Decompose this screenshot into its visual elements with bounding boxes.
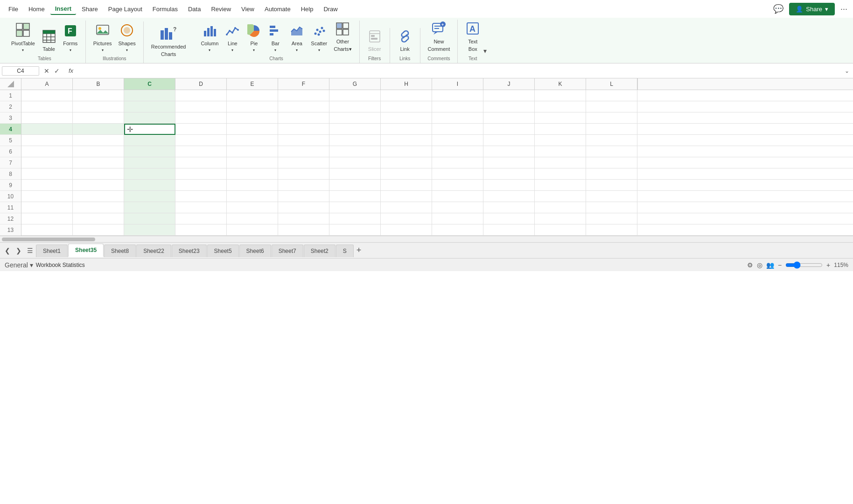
sheet-tab-s[interactable]: S (336, 245, 354, 257)
cell-H6[interactable] (381, 146, 432, 157)
cell-K6[interactable] (535, 146, 586, 157)
cell-L1[interactable] (586, 90, 637, 101)
cell-F7[interactable] (278, 157, 329, 168)
cell-A7[interactable] (21, 157, 73, 168)
cell-K4[interactable] (535, 124, 586, 135)
cell-L12[interactable] (586, 213, 637, 224)
cell-A2[interactable] (21, 101, 73, 112)
cell-C1[interactable] (124, 90, 175, 101)
col-header-J[interactable]: J (483, 78, 535, 90)
cell-D11[interactable] (175, 202, 227, 213)
shapes-button[interactable]: Shapes ▾ (116, 21, 139, 54)
cell-L9[interactable] (586, 180, 637, 191)
cell-G9[interactable] (329, 180, 381, 191)
cell-D8[interactable] (175, 168, 227, 180)
menu-review[interactable]: Review (206, 4, 236, 14)
cell-B10[interactable] (73, 191, 124, 202)
sheet-tab-sheet1[interactable]: Sheet1 (36, 245, 68, 257)
cell-L11[interactable] (586, 202, 637, 213)
col-header-G[interactable]: G (329, 78, 381, 90)
cell-G6[interactable] (329, 146, 381, 157)
cell-G7[interactable] (329, 157, 381, 168)
col-header-D[interactable]: D (175, 78, 227, 90)
cell-D9[interactable] (175, 180, 227, 191)
cell-K11[interactable] (535, 202, 586, 213)
cell-D5[interactable] (175, 135, 227, 146)
cell-J10[interactable] (483, 191, 535, 202)
pictures-button[interactable]: Pictures ▾ (91, 21, 115, 54)
row-num-1[interactable]: 1 (0, 90, 21, 101)
cell-F1[interactable] (278, 90, 329, 101)
col-header-L[interactable]: L (586, 78, 637, 90)
menu-draw[interactable]: Draw (319, 4, 342, 14)
bar-chart-button[interactable]: Bar ▾ (265, 22, 286, 54)
line-chart-button[interactable]: Line ▾ (222, 22, 243, 54)
cell-F11[interactable] (278, 202, 329, 213)
cell-E8[interactable] (227, 168, 278, 180)
cell-B8[interactable] (73, 168, 124, 180)
cell-F10[interactable] (278, 191, 329, 202)
ribbon-expand-button[interactable]: ▾ (483, 47, 487, 55)
cell-H9[interactable] (381, 180, 432, 191)
cell-E10[interactable] (227, 191, 278, 202)
cell-D13[interactable] (175, 224, 227, 236)
column-chart-button[interactable]: Column ▾ (198, 22, 221, 54)
cell-H4[interactable] (381, 124, 432, 135)
cell-J12[interactable] (483, 213, 535, 224)
cell-L7[interactable] (586, 157, 637, 168)
zoom-slider[interactable] (785, 261, 823, 269)
formula-input[interactable] (77, 68, 843, 74)
share-button[interactable]: 👤 Share ▾ (789, 3, 835, 15)
cell-E11[interactable] (227, 202, 278, 213)
cell-D12[interactable] (175, 213, 227, 224)
settings-icon-btn[interactable]: ⚙ (747, 261, 753, 269)
scroll-thumb-h[interactable] (2, 238, 95, 241)
cell-J1[interactable] (483, 90, 535, 101)
cell-I8[interactable] (432, 168, 483, 180)
cell-I5[interactable] (432, 135, 483, 146)
comment-icon-btn[interactable]: 💬 (771, 2, 785, 16)
cell-D10[interactable] (175, 191, 227, 202)
cell-J5[interactable] (483, 135, 535, 146)
cell-F12[interactable] (278, 213, 329, 224)
cell-F13[interactable] (278, 224, 329, 236)
cell-C8[interactable] (124, 168, 175, 180)
cell-F5[interactable] (278, 135, 329, 146)
people-icon-btn[interactable]: 👥 (766, 261, 774, 269)
cell-H10[interactable] (381, 191, 432, 202)
cell-H13[interactable] (381, 224, 432, 236)
cell-A4[interactable] (21, 124, 73, 135)
col-header-A[interactable]: A (21, 78, 73, 90)
row-num-3[interactable]: 3 (0, 112, 21, 124)
general-dropdown-button[interactable]: General ▾ (5, 261, 33, 269)
sheet-tab-sheet5[interactable]: Sheet5 (207, 245, 239, 257)
cell-J13[interactable] (483, 224, 535, 236)
cell-K12[interactable] (535, 213, 586, 224)
cell-F9[interactable] (278, 180, 329, 191)
row-num-2[interactable]: 2 (0, 101, 21, 112)
cell-I9[interactable] (432, 180, 483, 191)
cell-D4[interactable] (175, 124, 227, 135)
pivot-table-button[interactable]: PivotTable ▾ (8, 21, 38, 54)
cell-E3[interactable] (227, 112, 278, 124)
menu-page-layout[interactable]: Page Layout (104, 4, 147, 14)
cell-G5[interactable] (329, 135, 381, 146)
cell-B12[interactable] (73, 213, 124, 224)
cell-I2[interactable] (432, 101, 483, 112)
cell-B4[interactable] (73, 124, 124, 135)
cell-G11[interactable] (329, 202, 381, 213)
cell-G12[interactable] (329, 213, 381, 224)
cell-G4[interactable] (329, 124, 381, 135)
menu-file[interactable]: File (4, 4, 23, 14)
cell-E12[interactable] (227, 213, 278, 224)
cell-C9[interactable] (124, 180, 175, 191)
cell-J3[interactable] (483, 112, 535, 124)
cell-H3[interactable] (381, 112, 432, 124)
cell-F8[interactable] (278, 168, 329, 180)
cell-G2[interactable] (329, 101, 381, 112)
cell-K8[interactable] (535, 168, 586, 180)
cell-J7[interactable] (483, 157, 535, 168)
cell-L3[interactable] (586, 112, 637, 124)
zoom-out-btn[interactable]: − (778, 261, 782, 269)
cell-E7[interactable] (227, 157, 278, 168)
